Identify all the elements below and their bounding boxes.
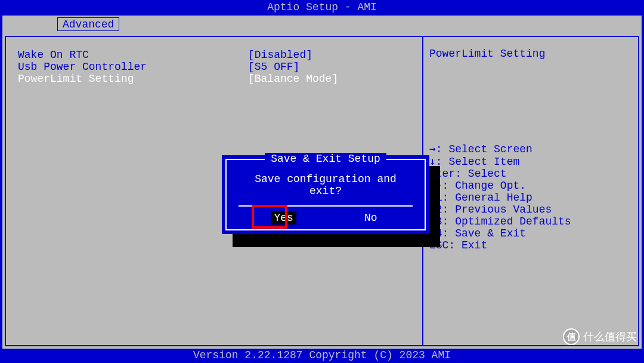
setting-value: [Disabled]	[248, 49, 312, 61]
header-title: Aptio Setup - AMI	[2, 1, 642, 14]
help-f2: F2: Previous Values	[429, 204, 632, 216]
help-change-opt: /-: Change Opt.	[429, 180, 632, 192]
help-keys: →: Select Screen ↓: Select Item nter: Se…	[429, 143, 632, 251]
help-enter-select: nter: Select	[429, 168, 632, 180]
dialog-title: Save & Exit Setup	[265, 153, 386, 165]
help-pane: PowerLimit Setting →: Select Screen ↓: S…	[423, 36, 639, 346]
menu-tabs: Advanced	[57, 17, 119, 31]
setting-label: PowerLimit Setting	[18, 73, 248, 85]
setting-label: Usb Power Controller	[18, 61, 248, 73]
help-f4: F4: Save & Exit	[429, 227, 632, 239]
help-f1: F1: General Help	[429, 192, 632, 204]
help-f3: F3: Optimized Defaults	[429, 216, 632, 227]
help-select-item: ↓: Select Item	[429, 155, 632, 168]
dialog-no-button[interactable]: No	[361, 211, 380, 224]
setting-label: Wake On RTC	[18, 49, 248, 61]
dialog-message: Save configuration and exit?	[239, 167, 413, 205]
tab-advanced[interactable]: Advanced	[57, 17, 119, 31]
setting-powerlimit-setting[interactable]: PowerLimit Setting [Balance Mode]	[18, 73, 410, 85]
help-select-screen: →: Select Screen	[429, 143, 632, 155]
setting-usb-power-controller[interactable]: Usb Power Controller [S5 OFF]	[18, 61, 410, 73]
help-title: PowerLimit Setting	[429, 48, 632, 60]
bios-screen: Aptio Setup - AMI Advanced Wake On RTC […	[0, 0, 644, 363]
setting-wake-on-rtc[interactable]: Wake On RTC [Disabled]	[18, 49, 410, 61]
dialog-yes-button[interactable]: Yes	[271, 211, 296, 224]
setting-value: [S5 OFF]	[248, 61, 299, 73]
footer-text: Version 2.22.1287 Copyright (C) 2023 AMI	[2, 349, 642, 362]
setting-value: [Balance Mode]	[248, 73, 338, 85]
save-exit-dialog: Save & Exit Setup Save configuration and…	[222, 155, 429, 234]
help-esc: ESC: Exit	[429, 239, 632, 251]
